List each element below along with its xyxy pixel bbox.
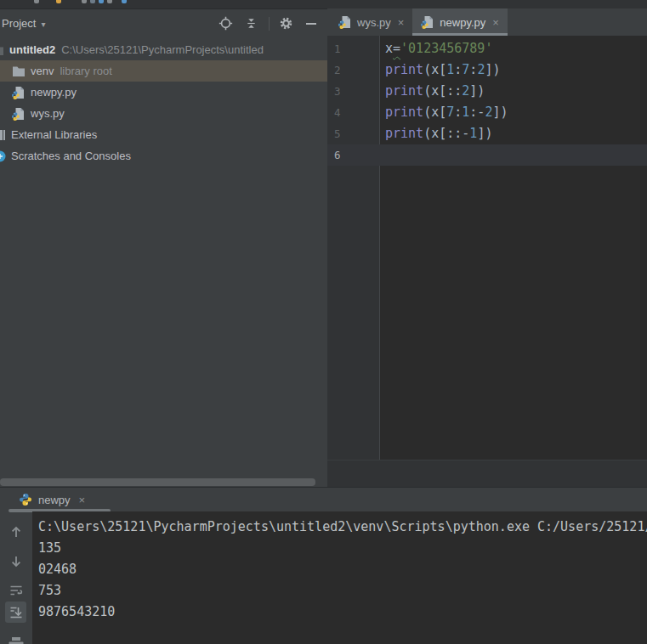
editor-tab-wys-py[interactable]: wys.py× [330,8,412,36]
toolbar-fragment [90,0,95,3]
locate-icon[interactable] [216,14,235,33]
code-editor[interactable]: 1x='0123456789'2print(x[1:7:2])3print(x[… [327,36,647,460]
pycharm-window: Project ▾ untitled2C:\Users\25121 [0,0,647,644]
scroll-to-end-icon[interactable] [5,602,26,623]
project-view-title: Project [2,17,36,30]
code-line: 4print(x[7:1:-2]) [327,102,647,123]
folder-icon [12,65,26,78]
toolbar-fragment [122,0,127,3]
tree-item-newpy-py[interactable]: newpy.py [0,82,327,103]
code-line: 1x='0123456789' [327,38,647,59]
console-output-line: 9876543210 [38,602,647,623]
libraries-icon [0,128,6,142]
collapse-all-icon[interactable] [241,14,260,33]
console-toolbar [0,511,32,644]
editor-scrollbar-strip [327,460,647,488]
tree-item-label: venv [31,65,54,77]
line-number[interactable]: 4 [327,102,380,123]
code-text: x='0123456789' [380,38,492,59]
python-file-icon [12,86,26,99]
close-icon[interactable]: × [79,494,86,506]
python-logo-icon [19,493,32,506]
close-icon[interactable]: × [398,16,405,29]
tree-item-label: External Libraries [11,128,97,141]
console-output-line: 135 [38,538,647,559]
tree-item-label: untitled2 [9,43,55,56]
editor-tab-bar: wys.py× newpy.py× [327,8,647,36]
tree-item-wys-py[interactable]: wys.py [0,103,327,124]
console-command-line: C:\Users\25121\PycharmProjects\untitled2… [38,517,647,538]
project-tree: untitled2C:\Users\25121\PycharmProjects\… [0,37,327,167]
python-file-icon [338,15,352,29]
soft-wrap-icon[interactable] [5,579,26,601]
up-arrow-icon[interactable] [5,521,26,542]
code-text: print(x[::-1]) [380,123,492,144]
code-text [380,144,385,166]
code-text: print(x[::2]) [380,81,485,102]
toolbar-fragment [107,0,112,3]
line-number[interactable]: 3 [327,81,380,102]
line-number[interactable]: 2 [327,59,380,81]
toolbar-fragment [99,0,104,3]
settings-gear-icon[interactable] [276,14,295,33]
tree-item-venv[interactable]: venvlibrary root [0,60,327,82]
toolbar-divider [269,17,270,31]
toolbar-fragment [56,0,61,3]
tree-item-label: wys.py [31,107,65,120]
python-file-icon [12,107,26,121]
scratches-icon [0,150,6,163]
editor-area: wys.py× newpy.py× 1x='0123456789'2print(… [327,8,647,487]
project-horizontal-scrollbar[interactable] [0,478,327,486]
console-output-line: 753 [38,580,647,602]
editor-tab-newpy-py[interactable]: newpy.py× [412,8,508,36]
code-text: print(x[7:1:-2]) [380,102,508,123]
tree-item-suffix: C:\Users\25121\PycharmProjects\untitled [61,43,264,56]
line-number[interactable]: 6 [327,144,380,166]
line-number[interactable]: 1 [327,38,380,59]
tree-item-suffix: library root [60,65,111,77]
python-file-icon [421,15,434,29]
chevron-down-icon: ▾ [41,19,45,29]
editor-tab-label: wys.py [357,16,391,29]
project-tool-window: Project ▾ untitled2C:\Users\25121 [0,9,327,487]
run-tab-newpy[interactable]: newpy × [15,489,88,510]
print-icon[interactable] [5,634,26,644]
close-icon[interactable]: × [492,16,499,29]
code-line: 5print(x[::-1]) [327,123,647,144]
editor-tab-label: newpy.py [440,16,485,29]
project-view-selector[interactable]: Project ▾ [2,17,46,30]
line-number[interactable]: 5 [327,123,380,144]
console-output-line: 02468 [38,559,647,580]
toolbar-fragment [82,0,87,3]
toolbar-fragment [34,0,39,3]
code-text: print(x[1:7:2]) [380,59,500,81]
tree-item-untitled2[interactable]: untitled2C:\Users\25121\PycharmProjects\… [0,39,327,60]
project-panel-header: Project ▾ [0,9,327,37]
down-arrow-icon[interactable] [5,551,26,572]
tree-item-label: newpy.py [31,86,77,99]
tree-item-external-libraries[interactable]: External Libraries [0,124,327,145]
tree-item-scratches-and-consoles[interactable]: Scratches and Consoles [0,145,327,167]
console-output[interactable]: C:\Users\25121\PycharmProjects\untitled2… [32,511,647,644]
code-line: 6 [327,144,647,166]
hide-panel-icon[interactable] [302,14,321,33]
tree-item-label: Scratches and Consoles [11,150,131,162]
project-folder-icon [0,43,4,57]
code-line: 2print(x[1:7:2]) [327,59,647,81]
code-line: 3print(x[::2]) [327,81,647,102]
run-tab-label: newpy [38,494,71,506]
run-tool-window: newpy × [0,487,647,644]
